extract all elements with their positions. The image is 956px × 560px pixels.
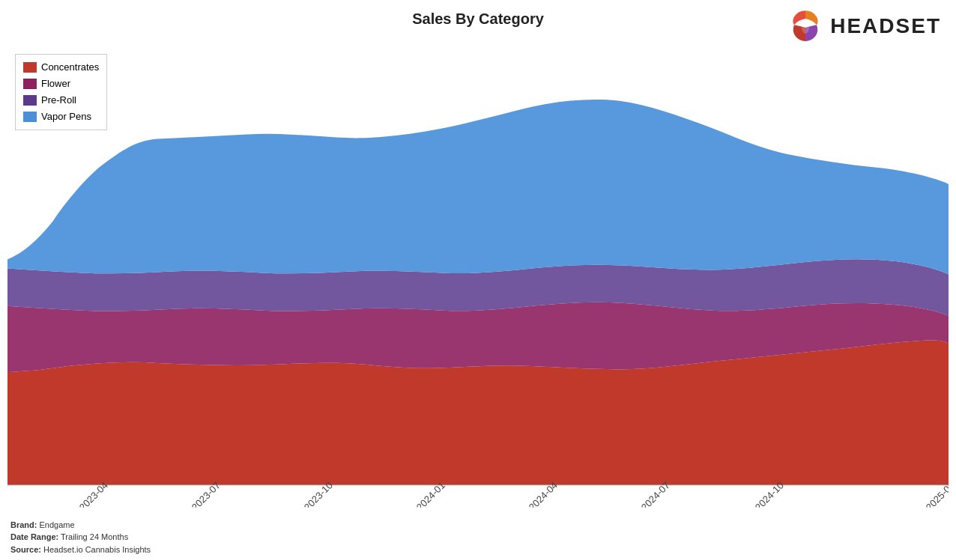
brand-value: Endgame [40,520,75,529]
svg-point-1 [802,21,809,34]
chart-legend: Concentrates Flower Pre-Roll Vapor Pens [15,54,107,130]
footer-daterange: Date Range: Trailing 24 Months [10,531,151,544]
preroll-swatch [23,95,37,106]
legend-item-vapor: Vapor Pens [23,109,99,125]
flower-label: Flower [41,76,70,92]
footer-info: Brand: Endgame Date Range: Trailing 24 M… [10,519,151,556]
legend-item-flower: Flower [23,76,99,92]
vapor-swatch [23,112,37,122]
preroll-label: Pre-Roll [41,92,76,109]
daterange-label: Date Range: [10,532,58,541]
brand-label: Brand: [10,520,37,529]
chart-area: 2023-04 2023-07 2023-10 2024-01 2024-04 … [7,49,949,508]
vapor-area [7,100,949,275]
chart-svg: 2023-04 2023-07 2023-10 2024-01 2024-04 … [7,49,949,508]
legend-item-preroll: Pre-Roll [23,92,99,109]
legend-item-concentrates: Concentrates [23,59,99,76]
daterange-value: Trailing 24 Months [61,532,128,541]
footer-brand: Brand: Endgame [10,519,151,532]
page-container: HEADSET Sales By Category Concentrates F… [0,0,956,560]
concentrates-swatch [23,62,37,73]
concentrates-label: Concentrates [41,59,99,76]
source-value: Headset.io Cannabis Insights [43,545,151,554]
header-logo: HEADSET [787,7,941,45]
footer-source: Source: Headset.io Cannabis Insights [10,544,151,556]
source-label: Source: [10,545,41,554]
flower-swatch [23,79,37,89]
headset-logo-icon [787,7,824,45]
vapor-label: Vapor Pens [41,109,91,125]
logo-text: HEADSET [830,14,941,38]
